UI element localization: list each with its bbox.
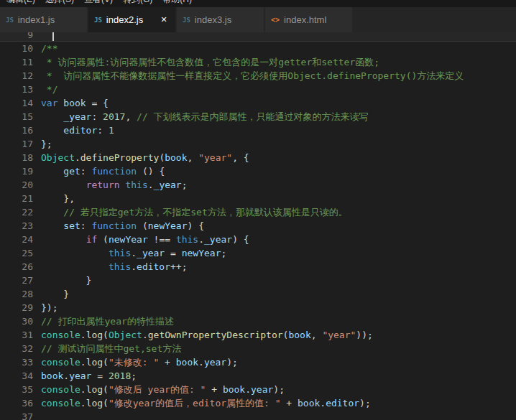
code-text (33, 32, 516, 42)
line-number: 18 (0, 151, 33, 164)
code-token: // 测试访问属性中get,set方法 (41, 343, 181, 354)
code-token (41, 111, 63, 122)
menu-item-E[interactable]: 编辑(E) (1, 0, 40, 7)
code-line: 18Object.defineProperty(book, "year", { (0, 151, 516, 164)
code-token: : (80, 166, 92, 177)
menu-bar: 编辑(E)选择(S)查看(V)转到(G)帮助(H) (0, 0, 516, 7)
code-token: book (288, 330, 310, 340)
line-number: 29 (0, 301, 33, 314)
line-number: 16 (0, 123, 33, 137)
line-number: 32 (0, 342, 33, 355)
code-line: 14var book = { (0, 96, 516, 110)
code-token: ) { (188, 220, 204, 231)
line-number: 20 (0, 178, 33, 192)
code-token: . (142, 330, 148, 340)
tab-bar: JSindex1.jsJSindex2.js✕JSindex3.js<>inde… (0, 7, 516, 32)
js-icon: JS (183, 17, 190, 24)
code-token: */ (41, 84, 57, 95)
tab-index-html[interactable]: <>index.html (265, 7, 352, 32)
code-token: = { (86, 98, 109, 108)
code-token: ( (137, 220, 148, 231)
code-text: // 若只指定get方法，不指定set方法，那就默认该属性是只读的。 (33, 205, 516, 219)
html-icon: <> (271, 16, 280, 24)
code-text: this.editor++; (33, 260, 516, 274)
code-text: } (33, 274, 516, 287)
line-number: 30 (0, 314, 33, 328)
code-token: } (41, 289, 69, 299)
code-token: ); (226, 357, 238, 368)
code-token: * 访问器属性:访问器属性不包含数值，它包含的是一对getter和setter函… (41, 57, 379, 67)
code-lines: 910/**11 * 访问器属性:访问器属性不包含数值，它包含的是一对gette… (0, 32, 516, 420)
code-line: 19 get: function () { (0, 164, 516, 178)
code-line: 36console.log("修改year的值后，editor属性的值: " +… (0, 396, 516, 410)
code-text: console.log(Object.getOwnPropertyDescrip… (33, 328, 516, 342)
code-token: this (176, 234, 198, 245)
menu-item-S[interactable]: 选择(S) (40, 0, 79, 7)
code-token: book (298, 398, 320, 409)
code-token: + (206, 384, 222, 395)
code-token: newYear (109, 234, 148, 245)
line-number: 14 (0, 96, 33, 110)
code-line: 27 } (0, 274, 516, 287)
code-token: . (63, 370, 69, 381)
line-number: 17 (0, 137, 33, 151)
code-token: + (159, 357, 175, 368)
code-token: var (41, 98, 57, 108)
menu-item-G[interactable]: 转到(G) (118, 0, 157, 7)
code-line: 15 _year: 2017, // 下划线表示是内部属性，只能通过对象的方法来… (0, 110, 516, 123)
line-number: 26 (0, 260, 33, 274)
code-token: , (311, 330, 323, 340)
line-number: 34 (0, 369, 33, 383)
code-editor[interactable]: 910/**11 * 访问器属性:访问器属性不包含数值，它包含的是一对gette… (0, 32, 516, 420)
code-token: 2017 (103, 111, 125, 122)
tab-index1-js[interactable]: JSindex1.js (0, 7, 87, 32)
code-token: console (41, 398, 80, 409)
code-token: Object (109, 330, 142, 340)
line-number: 11 (0, 55, 33, 69)
line-number: 25 (0, 246, 33, 260)
code-text: // 打印出属性year的特性描述 (33, 314, 516, 328)
code-line: 10/** (0, 42, 516, 55)
code-text: } (33, 287, 516, 301)
code-line: 13 */ (0, 83, 516, 96)
code-token: + (281, 398, 298, 409)
code-token: editor (326, 398, 359, 409)
line-number: 21 (0, 192, 33, 205)
code-line: 21 }, (0, 192, 516, 205)
line-number: 12 (0, 69, 33, 83)
code-token: Object (41, 152, 75, 163)
menu-item-V[interactable]: 查看(V) (79, 0, 118, 7)
line-number: 36 (0, 396, 33, 410)
code-token (41, 166, 63, 177)
code-token: . (131, 248, 137, 258)
code-token: console (41, 330, 80, 340)
js-icon: JS (94, 17, 102, 24)
code-token: this (125, 179, 147, 190)
code-token: _year (154, 179, 182, 190)
line-number: 31 (0, 328, 33, 342)
code-line: 11 * 访问器属性:访问器属性不包含数值，它包含的是一对getter和sett… (0, 55, 516, 69)
code-line: 29}); (0, 301, 516, 314)
tab-label: index3.js (195, 14, 258, 25)
code-token: book (223, 384, 245, 395)
tab-index3-js[interactable]: JSindex3.js (177, 7, 264, 32)
tab-index2-js[interactable]: JSindex2.js✕ (88, 7, 175, 32)
line-number: 10 (0, 42, 33, 55)
code-token: "year" (198, 152, 232, 163)
code-token: if (86, 234, 98, 245)
code-token: "修改后 year的值: " (109, 384, 206, 395)
close-icon[interactable]: ✕ (158, 15, 170, 24)
tab-bar-empty-space (354, 7, 516, 32)
code-token: book (176, 357, 198, 368)
code-token: ; (221, 248, 226, 258)
line-number: 15 (0, 110, 33, 123)
line-number: 9 (0, 32, 33, 42)
code-line: 20 return this._year; (0, 178, 516, 192)
code-token: ( (103, 384, 109, 395)
code-token: newYear (148, 220, 188, 231)
code-token: this (109, 248, 131, 258)
line-number: 23 (0, 219, 33, 233)
vscode-window: 编辑(E)选择(S)查看(V)转到(G)帮助(H) JSindex1.jsJSi… (0, 0, 516, 420)
menu-item-H[interactable]: 帮助(H) (157, 0, 197, 7)
code-line: 33console.log("未修改: " + book.year); (0, 355, 516, 369)
